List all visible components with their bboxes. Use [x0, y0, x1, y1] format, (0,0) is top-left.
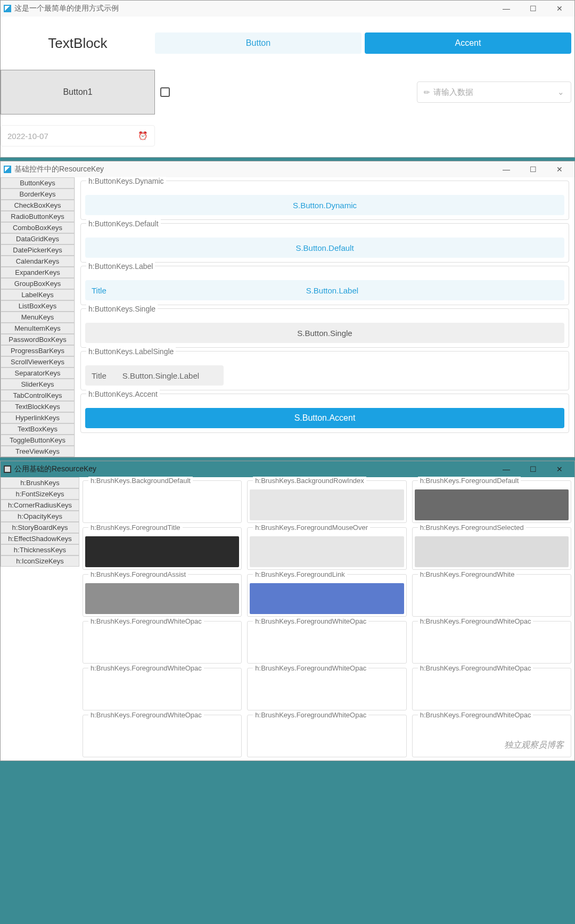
- date-value: 2022-10-07: [7, 132, 48, 141]
- swatch-label: h:BrushKeys.ForegroundSelected: [418, 524, 526, 531]
- maximize-button[interactable]: ☐: [521, 162, 545, 177]
- sidebar-item[interactable]: SliderKeys: [1, 379, 75, 390]
- close-button[interactable]: ✕: [548, 462, 571, 477]
- swatch: h:BrushKeys.BackgroundRowIndex: [247, 480, 406, 523]
- group-accent: h:ButtonKeys.Accent S.Button.Accent: [80, 394, 569, 433]
- swatch: h:BrushKeys.BackgroundDefault: [83, 480, 242, 523]
- sidebar-item[interactable]: ComboBoxKeys: [1, 222, 75, 233]
- sidebar-item[interactable]: BorderKeys: [1, 189, 75, 200]
- swatch-label: h:BrushKeys.ForegroundLink: [253, 570, 347, 578]
- sidebar-item[interactable]: ScrollViewerKeys: [1, 356, 75, 367]
- sidebar-item[interactable]: ExpanderKeys: [1, 267, 75, 278]
- sidebar-item[interactable]: h:EffectShadowKeys: [1, 533, 79, 544]
- swatch-fill: [85, 536, 239, 567]
- swatch-fill: [415, 536, 569, 567]
- sidebar-item[interactable]: TextBlockKeys: [1, 401, 75, 412]
- sidebar-item[interactable]: GroupBoxKeys: [1, 278, 75, 289]
- window-title: 公用基础的ResourceKey: [14, 464, 96, 474]
- swatch-fill: [415, 677, 569, 708]
- button-accent[interactable]: S.Button.Accent: [85, 408, 564, 428]
- group-default: h:ButtonKeys.Default S.Button.Default: [80, 223, 569, 263]
- swatch-grid: h:BrushKeys.BackgroundDefaulth:BrushKeys…: [79, 477, 574, 761]
- button-labelsingle[interactable]: Title S.Button.Single.Label: [85, 365, 224, 386]
- sidebar-item[interactable]: CalendarKeys: [1, 256, 75, 267]
- sidebar-item[interactable]: LabelKeys: [1, 289, 75, 300]
- label-title: Title: [92, 371, 106, 380]
- swatch-fill: [415, 489, 569, 520]
- sidebar-item[interactable]: ToggleButtonKeys: [1, 435, 75, 446]
- group-single: h:ButtonKeys.Single S.Button.Single: [80, 308, 569, 348]
- combobox[interactable]: ✎ 请输入数据 ⌄: [417, 81, 571, 103]
- swatch-label: h:BrushKeys.ForegroundWhiteOpac: [253, 664, 368, 672]
- sidebar-item[interactable]: TabControlKeys: [1, 390, 75, 401]
- sidebar-item[interactable]: h:IconSizeKeys: [1, 555, 79, 567]
- swatch: h:BrushKeys.ForegroundWhiteOpac: [83, 668, 242, 710]
- swatch: h:BrushKeys.ForegroundLink: [247, 574, 406, 617]
- swatch-fill: [85, 724, 239, 755]
- sidebar-item[interactable]: SeparatorKeys: [1, 367, 75, 379]
- button-single[interactable]: S.Button.Single: [85, 323, 564, 343]
- button-default[interactable]: Button: [155, 32, 362, 54]
- button-default[interactable]: S.Button.Default: [85, 238, 564, 258]
- swatch-label: h:BrushKeys.ForegroundWhiteOpac: [418, 664, 533, 672]
- sidebar-item[interactable]: ButtonKeys: [1, 177, 75, 189]
- datepicker[interactable]: 2022-10-07 ⏰: [1, 125, 155, 146]
- swatch-label: h:BrushKeys.ForegroundMouseOver: [253, 524, 370, 531]
- button-dynamic[interactable]: S.Button.Dynamic: [85, 195, 564, 215]
- close-button[interactable]: ✕: [548, 1, 571, 16]
- swatch: h:BrushKeys.ForegroundSelected: [412, 527, 571, 570]
- button-label[interactable]: Title S.Button.Label: [85, 280, 564, 300]
- swatch: h:BrushKeys.ForegroundWhiteOpac: [83, 715, 242, 757]
- swatch-fill: [250, 583, 404, 614]
- sidebar-item[interactable]: CheckBoxKeys: [1, 200, 75, 211]
- sidebar-item[interactable]: h:ThicknessKeys: [1, 544, 79, 555]
- minimize-button[interactable]: —: [495, 462, 518, 477]
- pencil-icon: ✎: [422, 87, 432, 97]
- swatch-fill: [250, 677, 404, 708]
- button1[interactable]: Button1: [1, 70, 155, 115]
- sidebar-item[interactable]: h:BrushKeys: [1, 477, 79, 488]
- sidebar-item[interactable]: DataGridKeys: [1, 233, 75, 244]
- swatch: h:BrushKeys.ForegroundMouseOver: [247, 527, 406, 570]
- sidebar-item[interactable]: MenuItemKeys: [1, 323, 75, 334]
- swatch-fill: [250, 536, 404, 567]
- close-button[interactable]: ✕: [548, 162, 571, 177]
- titlebar: 基础控件中的ResourceKey — ☐ ✕: [1, 161, 574, 177]
- group-labelsingle: h:ButtonKeys.LabelSingle Title S.Button.…: [80, 351, 569, 390]
- maximize-button[interactable]: ☐: [521, 1, 545, 16]
- swatch-fill: [85, 583, 239, 614]
- group-label: h:ButtonKeys.Label: [86, 262, 155, 271]
- swatch-fill: [250, 489, 404, 520]
- sidebar-item[interactable]: h:CornerRadiusKeys: [1, 500, 79, 511]
- sidebar-item[interactable]: ProgressBarKeys: [1, 345, 75, 356]
- swatch-label: h:BrushKeys.ForegroundWhiteOpac: [88, 617, 204, 625]
- sidebar-item[interactable]: HyperlinkKeys: [1, 412, 75, 423]
- sidebar-item[interactable]: RadioButtonKeys: [1, 211, 75, 222]
- sidebar-item[interactable]: PasswordBoxKeys: [1, 334, 75, 345]
- sidebar-item[interactable]: h:FontSizeKeys: [1, 488, 79, 500]
- sidebar-item[interactable]: TextBoxKeys: [1, 423, 75, 435]
- group-label: h:ButtonKeys.Default: [86, 219, 161, 228]
- minimize-button[interactable]: —: [495, 1, 518, 16]
- checkbox[interactable]: [160, 87, 170, 97]
- swatch: h:BrushKeys.ForegroundWhiteOpac: [412, 621, 571, 664]
- combo-placeholder: 请输入数据: [433, 87, 473, 97]
- sidebar: h:BrushKeysh:FontSizeKeysh:CornerRadiusK…: [1, 477, 79, 761]
- sidebar-item[interactable]: MenuKeys: [1, 312, 75, 323]
- sidebar-item[interactable]: ListBoxKeys: [1, 300, 75, 312]
- swatch: h:BrushKeys.ForegroundWhiteOpac: [247, 715, 406, 757]
- button-accent[interactable]: Accent: [365, 32, 571, 54]
- main-panel: h:ButtonKeys.Dynamic S.Button.Dynamic h:…: [75, 177, 574, 457]
- app-icon: [4, 5, 11, 12]
- minimize-button[interactable]: —: [495, 162, 518, 177]
- maximize-button[interactable]: ☐: [521, 462, 545, 477]
- sidebar-item[interactable]: h:StoryBoardKeys: [1, 522, 79, 533]
- sidebar-item[interactable]: DatePickerKeys: [1, 244, 75, 256]
- textblock-label: TextBlock: [1, 35, 155, 52]
- sidebar-item[interactable]: h:OpacityKeys: [1, 511, 79, 522]
- swatch: h:BrushKeys.ForegroundAssist: [83, 574, 242, 617]
- swatch-label: h:BrushKeys.ForegroundAssist: [88, 570, 188, 578]
- label-title: Title: [92, 286, 106, 295]
- sidebar-item[interactable]: TreeViewKeys: [1, 446, 75, 457]
- label-btn: S.Button.Label: [106, 286, 558, 295]
